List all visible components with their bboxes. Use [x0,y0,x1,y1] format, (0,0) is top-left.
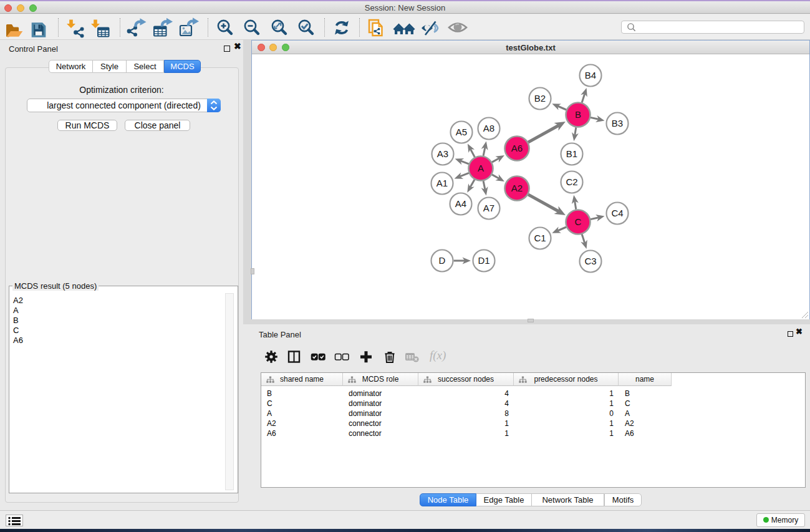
svg-text:A1: A1 [436,178,448,188]
svg-text:A2: A2 [511,183,523,193]
svg-text:B3: B3 [612,118,623,128]
svg-text:D1: D1 [478,255,489,266]
svg-text:C: C [575,216,582,227]
svg-text:C2: C2 [566,177,577,187]
svg-text:D: D [439,255,446,266]
svg-text:A8: A8 [483,123,494,133]
svg-text:C3: C3 [584,256,596,266]
svg-text:A3: A3 [437,148,448,159]
svg-text:A5: A5 [456,127,467,137]
svg-text:A: A [478,163,484,173]
svg-text:A7: A7 [483,203,494,213]
svg-text:B4: B4 [585,70,596,80]
svg-text:B1: B1 [566,148,577,159]
svg-text:B: B [575,109,581,120]
svg-text:C4: C4 [611,208,623,218]
svg-text:A4: A4 [455,198,466,209]
svg-text:B2: B2 [534,93,546,104]
svg-text:A6: A6 [511,143,523,153]
svg-text:C1: C1 [534,233,546,243]
